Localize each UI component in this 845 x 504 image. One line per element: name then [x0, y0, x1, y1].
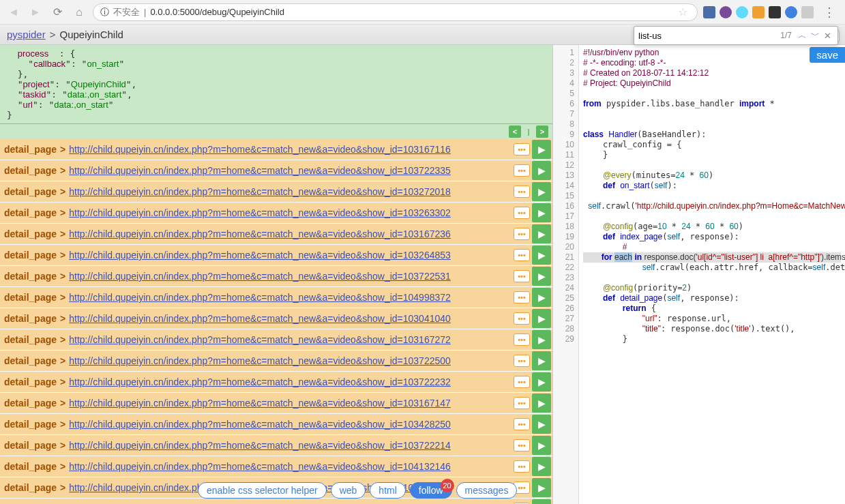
home-button[interactable]: ⌂ — [71, 4, 87, 20]
line-gutter: 1234567891011121314151617181920212223242… — [553, 45, 579, 504]
ext-icon-4[interactable] — [752, 6, 765, 18]
url-row: detail_page>http://child.qupeiyin.cn/ind… — [0, 245, 552, 266]
row-details-button[interactable]: ••• — [514, 460, 530, 473]
save-button[interactable]: save — [810, 47, 845, 63]
bottom-toolbar: enable css selector helper web html foll… — [198, 482, 517, 499]
row-run-button[interactable]: ▶ — [532, 267, 551, 286]
row-run-button[interactable]: ▶ — [532, 372, 551, 391]
row-callback: detail_page — [4, 313, 57, 324]
row-url-link[interactable]: http://child.qupeiyin.cn/index.php?m=hom… — [69, 165, 512, 176]
row-details-button[interactable]: ••• — [514, 376, 530, 388]
find-count: 1/7 — [780, 31, 792, 40]
row-details-button[interactable]: ••• — [514, 228, 530, 240]
row-details-button[interactable]: ••• — [514, 143, 530, 155]
row-callback: detail_page — [4, 440, 57, 451]
row-details-button[interactable]: ••• — [514, 397, 530, 409]
row-details-button[interactable]: ••• — [514, 333, 530, 346]
row-run-button[interactable]: ▶ — [532, 330, 551, 349]
row-details-button[interactable]: ••• — [514, 439, 530, 451]
messages-button[interactable]: messages — [456, 482, 518, 499]
row-callback: detail_page — [4, 355, 57, 366]
row-run-button[interactable]: ▶ — [532, 140, 551, 159]
ext-icon-6[interactable] — [785, 6, 797, 18]
left-panel: process : { "callback": "on_start" }, "p… — [0, 45, 552, 504]
row-url-link[interactable]: http://child.qupeiyin.cn/index.php?m=hom… — [69, 292, 512, 303]
web-button[interactable]: web — [331, 482, 366, 499]
row-url-link[interactable]: http://child.qupeiyin.cn/index.php?m=hom… — [69, 228, 512, 239]
app-link[interactable]: pyspider — [7, 29, 46, 40]
row-run-button[interactable]: ▶ — [532, 161, 551, 180]
url-row: detail_page>http://child.qupeiyin.cn/ind… — [0, 266, 552, 287]
row-run-button[interactable]: ▶ — [532, 436, 551, 455]
row-run-button[interactable]: ▶ — [532, 351, 551, 370]
row-details-button[interactable]: ••• — [514, 249, 530, 261]
row-url-link[interactable]: http://child.qupeiyin.cn/index.php?m=hom… — [69, 355, 512, 366]
row-url-link[interactable]: http://child.qupeiyin.cn/index.php?m=hom… — [69, 440, 512, 451]
row-details-button[interactable]: ••• — [514, 418, 530, 430]
row-url-link[interactable]: http://child.qupeiyin.cn/index.php?m=hom… — [69, 461, 512, 472]
row-run-button[interactable]: ▶ — [532, 415, 551, 434]
url-row: detail_page>http://child.qupeiyin.cn/ind… — [0, 372, 552, 393]
row-run-button[interactable]: ▶ — [532, 288, 551, 307]
reload-button[interactable]: ⟳ — [49, 4, 65, 20]
find-next[interactable]: ﹀ — [809, 29, 822, 42]
row-run-button[interactable]: ▶ — [532, 309, 551, 328]
row-url-link[interactable]: http://child.qupeiyin.cn/index.php?m=hom… — [69, 271, 512, 282]
row-run-button[interactable]: ▶ — [532, 246, 551, 265]
row-run-button[interactable]: ▶ — [532, 224, 551, 243]
follow-button[interactable]: follow 20 — [410, 482, 452, 499]
address-bar[interactable]: ⓘ 不安全 | 0.0.0.0:5000/debug/QupeiyinChild… — [93, 3, 698, 21]
row-callback: detail_page — [4, 165, 57, 176]
ext-icon-3[interactable] — [736, 6, 748, 18]
url-row: detail_page>http://child.qupeiyin.cn/ind… — [0, 435, 552, 456]
css-helper-button[interactable]: enable css selector helper — [198, 482, 327, 499]
row-url-link[interactable]: http://child.qupeiyin.cn/index.php?m=hom… — [69, 334, 512, 345]
find-prev[interactable]: ︿ — [796, 29, 809, 42]
bookmark-icon[interactable]: ☆ — [678, 5, 687, 18]
row-url-link[interactable]: http://child.qupeiyin.cn/index.php?m=hom… — [69, 186, 512, 197]
row-callback: detail_page — [4, 271, 57, 282]
nav-next[interactable]: > — [536, 125, 548, 138]
url-row: detail_page>http://child.qupeiyin.cn/ind… — [0, 414, 552, 435]
security-label: 不安全 — [113, 6, 140, 18]
nav-prev[interactable]: < — [509, 125, 521, 138]
row-details-button[interactable]: ••• — [514, 164, 530, 177]
forward-button[interactable]: ► — [27, 4, 44, 20]
row-callback: detail_page — [4, 419, 57, 430]
find-close[interactable]: ✕ — [822, 31, 833, 41]
url-row: detail_page>http://child.qupeiyin.cn/ind… — [0, 456, 552, 477]
row-details-button[interactable]: ••• — [514, 207, 530, 219]
url-row: detail_page>http://child.qupeiyin.cn/ind… — [0, 203, 552, 224]
row-run-button[interactable]: ▶ — [532, 457, 551, 476]
row-run-button[interactable]: ▶ — [532, 478, 551, 497]
row-details-button[interactable]: ••• — [514, 355, 530, 367]
find-input[interactable] — [638, 31, 776, 41]
ext-icon-2[interactable] — [720, 6, 732, 18]
row-details-button[interactable]: ••• — [514, 270, 530, 282]
row-run-button[interactable]: ▶ — [532, 182, 551, 201]
row-run-button[interactable]: ▶ — [532, 394, 551, 413]
row-run-button[interactable]: ▶ — [532, 203, 551, 222]
ext-icon-7[interactable] — [801, 6, 814, 18]
row-callback: detail_page — [4, 334, 57, 345]
row-url-link[interactable]: http://child.qupeiyin.cn/index.php?m=hom… — [69, 398, 512, 409]
row-details-button[interactable]: ••• — [514, 291, 530, 303]
ext-icon-5[interactable] — [769, 6, 781, 18]
code-content[interactable]: #!/usr/bin/env python # -*- encoding: ut… — [579, 45, 845, 504]
row-url-link[interactable]: http://child.qupeiyin.cn/index.php?m=hom… — [69, 376, 512, 387]
code-editor: 1234567891011121314151617181920212223242… — [552, 45, 845, 504]
row-url-link[interactable]: http://child.qupeiyin.cn/index.php?m=hom… — [69, 419, 512, 430]
row-details-button[interactable]: ••• — [514, 186, 530, 198]
row-run-button[interactable]: ▶ — [532, 499, 551, 504]
info-icon: ⓘ — [100, 6, 109, 18]
row-details-button[interactable]: ••• — [514, 312, 530, 325]
row-url-link[interactable]: http://child.qupeiyin.cn/index.php?m=hom… — [69, 144, 512, 155]
row-url-link[interactable]: http://child.qupeiyin.cn/index.php?m=hom… — [69, 207, 512, 218]
browser-menu[interactable]: ⋮ — [819, 5, 840, 20]
row-callback: detail_page — [4, 228, 57, 239]
row-url-link[interactable]: http://child.qupeiyin.cn/index.php?m=hom… — [69, 250, 512, 261]
ext-icon-1[interactable] — [703, 6, 715, 18]
row-url-link[interactable]: http://child.qupeiyin.cn/index.php?m=hom… — [69, 313, 512, 324]
back-button[interactable]: ◄ — [5, 4, 22, 20]
html-button[interactable]: html — [370, 482, 405, 499]
